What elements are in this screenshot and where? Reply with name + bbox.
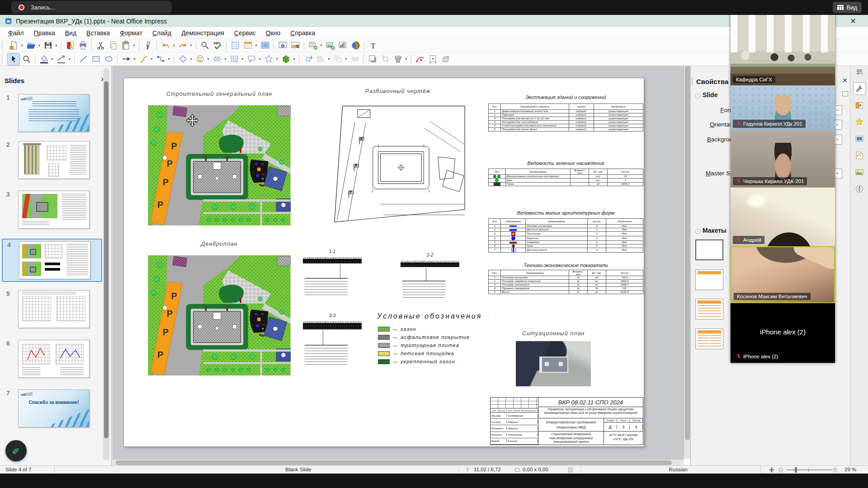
insert-textbox-icon[interactable]: T [367, 40, 379, 52]
slide-1-thumbnail[interactable] [18, 94, 90, 132]
dropdown-arrow-icon[interactable]: ▾ [275, 57, 279, 61]
rotate-icon[interactable] [302, 53, 314, 65]
line-style-icon[interactable] [55, 53, 67, 65]
presenter-console-icon[interactable] [289, 40, 301, 52]
toolbar-drag-handle[interactable] [2, 42, 5, 50]
paste-icon[interactable] [120, 40, 132, 52]
export-pdf-icon[interactable] [64, 40, 76, 52]
canvas-vertical-scrollbar[interactable] [684, 63, 690, 459]
connector-icon[interactable] [155, 53, 166, 65]
zoom-slider-thumb[interactable] [795, 467, 797, 473]
master-slides-tab-icon[interactable] [854, 133, 865, 145]
dropdown-arrow-icon[interactable]: ▾ [292, 57, 296, 61]
dropdown-arrow-icon[interactable]: ▾ [167, 57, 171, 61]
shapes-tab-icon[interactable] [854, 150, 865, 161]
display-views-icon[interactable] [259, 40, 271, 52]
curve-icon[interactable] [137, 53, 149, 65]
dropdown-arrow-icon[interactable]: ▾ [132, 43, 136, 47]
callouts-icon[interactable] [245, 53, 257, 65]
dropdown-arrow-icon[interactable]: ▾ [50, 57, 54, 61]
stars-icon[interactable] [263, 53, 274, 65]
menu-item-формат[interactable]: Формат [115, 28, 147, 38]
sidebar-menu-icon[interactable] [854, 66, 865, 78]
slide-thumbnail-row-4-active[interactable]: 4 [2, 239, 102, 282]
dropdown-arrow-icon[interactable]: ▾ [241, 57, 245, 61]
menu-item-слайд[interactable]: Слайд [148, 28, 176, 38]
properties-panel-close-icon[interactable]: ✕ [842, 77, 848, 84]
slide-editing-area[interactable]: Строительный генеральный план Разбивочны… [124, 78, 644, 446]
start-slideshow-icon[interactable] [277, 40, 288, 52]
lines-arrows-icon[interactable] [120, 53, 132, 65]
participant-tile-godunov[interactable]: Годунов Кирилл УДк 201 [731, 85, 835, 130]
menu-item-файл[interactable]: Файл [4, 28, 28, 38]
dropdown-arrow-icon[interactable]: ▾ [258, 57, 262, 61]
participant-tile-iphone[interactable]: iPhone alex (2) iPhone alex (2) [731, 303, 835, 363]
layout-two-content[interactable] [695, 328, 723, 349]
dropdown-arrow-icon[interactable]: ▾ [254, 43, 258, 47]
construction-general-plan[interactable] [148, 105, 291, 225]
slide-thumbnail-row-1[interactable]: 1 [2, 92, 102, 136]
cut-icon[interactable] [94, 40, 106, 52]
shadow-icon[interactable] [367, 53, 378, 65]
edit-mode-pencil-button[interactable]: ✎ [5, 440, 27, 461]
slide-4-thumbnail[interactable] [19, 241, 90, 279]
dropdown-arrow-icon[interactable]: ▾ [54, 43, 58, 47]
find-replace-icon[interactable] [199, 40, 211, 52]
layout-blank[interactable] [695, 239, 723, 260]
canvas-horizontal-scrollbar[interactable] [112, 459, 684, 465]
slide-thumbnail-row-6[interactable]: 6 [2, 338, 102, 381]
participant-tile-kosinov-active-speaker[interactable]: Косинов Максим Виталиевич [731, 246, 835, 303]
menu-item-правка[interactable]: Правка [29, 28, 59, 38]
menu-item-демонстрация[interactable]: Демонстрация [177, 28, 229, 38]
clone-formatting-icon[interactable] [142, 40, 154, 52]
panel-drag-handle[interactable] [692, 78, 694, 85]
navigator-tab-icon[interactable] [854, 183, 865, 195]
points-icon[interactable] [414, 53, 426, 65]
zoom-out-icon[interactable]: − [778, 468, 783, 472]
document-modified-icon[interactable] [568, 467, 573, 473]
dropdown-arrow-icon[interactable]: ▾ [189, 43, 193, 47]
zoom-in-icon[interactable]: + [833, 468, 837, 472]
block-arrows-icon[interactable] [211, 53, 223, 65]
dropdown-arrow-icon[interactable]: ▾ [319, 43, 323, 47]
insert-table-icon[interactable] [307, 40, 319, 52]
toolbar-drag-handle[interactable] [2, 55, 5, 63]
table-icon[interactable] [228, 53, 240, 65]
layouts-section-header[interactable]: −Макеты [695, 227, 726, 234]
slide-thumbnail-row-5[interactable]: 5 [2, 288, 102, 332]
menu-item-вид[interactable]: Вид [61, 28, 81, 38]
dropdown-arrow-icon[interactable]: ▾ [223, 57, 227, 61]
copy-icon[interactable] [107, 40, 119, 52]
animation-tab-icon[interactable] [854, 116, 865, 128]
dropdown-arrow-icon[interactable]: ▾ [189, 57, 193, 61]
redo-icon[interactable] [177, 40, 189, 52]
layout-drawing[interactable] [326, 103, 469, 227]
basic-shapes-icon[interactable] [177, 53, 189, 65]
zoom-icon[interactable] [20, 53, 32, 65]
slide-2-thumbnail[interactable] [18, 141, 90, 179]
slide-section-header[interactable]: −Slide [695, 91, 717, 99]
gallery-tab-icon[interactable] [854, 166, 865, 178]
dropdown-arrow-icon[interactable]: ▾ [344, 57, 348, 61]
save-icon[interactable] [42, 40, 54, 52]
slide-thumbnail-row-3[interactable]: 3 [2, 189, 102, 232]
insert-chart-icon[interactable] [337, 40, 349, 52]
slide-7-thumbnail[interactable]: Спасибо за внимание! [18, 389, 90, 427]
dropdown-arrow-icon[interactable]: ▾ [206, 57, 210, 61]
glue-points-icon[interactable] [427, 53, 439, 65]
filter-icon[interactable] [392, 53, 404, 65]
symbol-shapes-icon[interactable] [194, 53, 206, 65]
participant-tile-chernysh[interactable]: Черныш Кирилл УДК-201 [731, 130, 835, 188]
menu-item-сервис[interactable]: Сервис [230, 28, 260, 38]
insert-object-icon[interactable] [349, 40, 361, 52]
properties-tab-icon[interactable] [854, 83, 865, 94]
ellipse-icon[interactable] [103, 53, 114, 65]
meeting-view-button[interactable]: Вид [833, 2, 862, 13]
dropdown-arrow-icon[interactable]: ▾ [172, 43, 176, 47]
dropdown-arrow-icon[interactable]: ▾ [20, 43, 24, 47]
dendroplan[interactable] [148, 255, 291, 375]
transitions-tab-icon[interactable] [854, 99, 865, 111]
open-icon[interactable] [25, 40, 37, 52]
select-icon[interactable] [8, 53, 19, 65]
menu-item-справка[interactable]: Справка [286, 28, 320, 38]
